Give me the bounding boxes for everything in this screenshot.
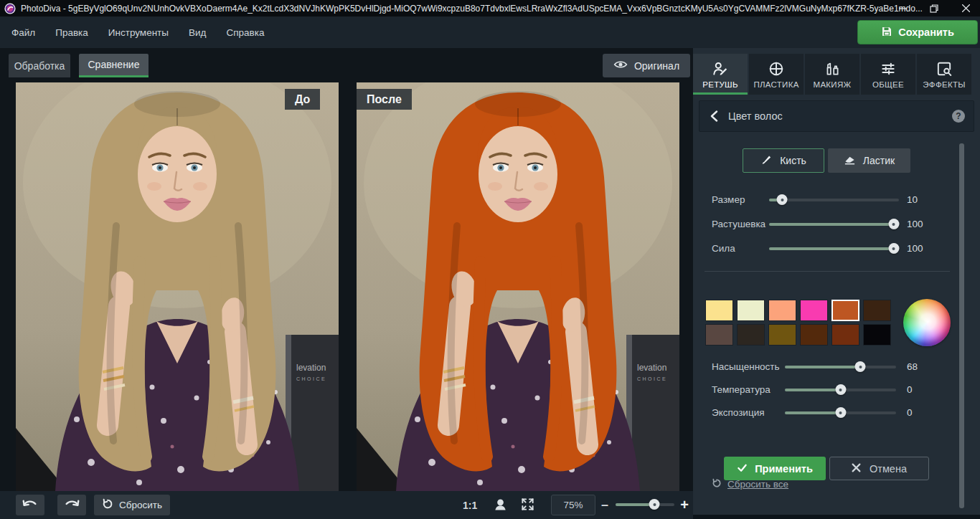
apply-button-label: Применить (755, 463, 813, 475)
hair-color-swatch[interactable] (768, 324, 796, 346)
after-label: После (357, 89, 412, 110)
zoom-1to1-button[interactable]: 1:1 (463, 491, 477, 519)
brush-mode-button[interactable]: Кисть (743, 148, 824, 173)
menu-edit[interactable]: Правка (55, 27, 88, 38)
eraser-mode-button[interactable]: Ластик (828, 148, 910, 173)
tab-retouch-label: РЕТУШЬ (702, 80, 738, 89)
color-wheel[interactable] (903, 299, 951, 346)
redo-button[interactable] (57, 495, 86, 515)
saturation-slider[interactable] (785, 362, 896, 372)
makeup-icon (824, 59, 841, 78)
back-button[interactable] (699, 110, 728, 122)
eye-icon (613, 59, 628, 72)
retouch-face-icon (712, 59, 729, 78)
temperature-slider[interactable] (785, 385, 896, 395)
tab-effects-label: ЭФФЕКТЫ (923, 80, 965, 89)
right-panel: РЕТУШЬ ПЛАСТИКА МАКИЯЖ ОБЩЕЕ ЭФФЕКТЫ (693, 48, 980, 519)
tab-sculpt-label: ПЛАСТИКА (753, 80, 798, 89)
saturation-label: Насыщенность (712, 361, 780, 372)
window-title: PhotoDiva - 5gEByVglO69qUnv2NUnhOvkVBXoD… (21, 4, 923, 14)
zoom-level-field[interactable]: 75% (551, 495, 595, 515)
feather-label: Растушевка (712, 219, 765, 229)
minimize-button[interactable] (888, 0, 917, 16)
close-button[interactable] (951, 0, 980, 16)
hair-color-swatch[interactable] (705, 324, 733, 346)
hair-color-swatch[interactable] (737, 324, 765, 346)
feather-slider[interactable] (769, 219, 899, 229)
strength-slider-row: Сила 100 (693, 242, 980, 256)
help-button[interactable]: ? (952, 110, 965, 123)
save-button[interactable]: Сохранить (857, 20, 978, 44)
swatch-grid (705, 300, 893, 346)
tab-comparison[interactable]: Сравнение (79, 54, 149, 77)
hair-color-swatch[interactable] (737, 300, 765, 321)
zoom-slider[interactable] (616, 500, 674, 510)
size-slider[interactable] (769, 195, 899, 205)
reset-button[interactable]: Сбросить (94, 495, 170, 515)
menu-file[interactable]: Файл (11, 27, 35, 38)
exposure-slider-handle[interactable] (835, 407, 846, 418)
tab-processing[interactable]: Обработка (9, 54, 70, 77)
undo-button[interactable] (16, 495, 44, 515)
expand-icon (521, 497, 534, 514)
close-x-icon (852, 463, 861, 475)
tool-header: Цвет волос ? (699, 100, 974, 132)
temperature-label: Температура (712, 384, 771, 395)
strength-slider-handle[interactable] (888, 243, 899, 254)
size-slider-handle[interactable] (777, 194, 788, 205)
eraser-mode-label: Ластик (863, 155, 895, 166)
panel-scrollbar[interactable] (959, 143, 964, 508)
temperature-slider-row: Температура 0 (693, 383, 980, 397)
apply-button[interactable]: Применить (724, 457, 826, 480)
menubar: Файл Правка Инструменты Вид Справка (0, 16, 980, 48)
hair-color-swatch[interactable] (768, 300, 796, 321)
exposure-value: 0 (907, 407, 913, 418)
menu-view[interactable]: Вид (189, 27, 206, 38)
zoom-in-button[interactable]: + (679, 496, 690, 513)
before-label: До (285, 89, 320, 110)
strength-slider[interactable] (769, 244, 899, 254)
fit-screen-button[interactable] (519, 497, 535, 513)
feather-slider-handle[interactable] (888, 219, 899, 229)
strength-value: 100 (907, 243, 923, 254)
reset-button-label: Сбросить (119, 500, 162, 510)
saturation-slider-handle[interactable] (855, 361, 866, 372)
tab-sculpt[interactable]: ПЛАСТИКА (749, 54, 804, 95)
hair-color-swatch[interactable] (705, 300, 733, 321)
hair-color-swatch[interactable] (800, 300, 828, 321)
exposure-label: Экспозиция (712, 407, 765, 418)
size-value: 10 (907, 194, 918, 205)
temperature-slider-handle[interactable] (835, 384, 846, 395)
hair-color-swatch[interactable] (831, 300, 859, 321)
check-icon (737, 462, 748, 475)
feather-value: 100 (907, 219, 923, 229)
menu-tools[interactable]: Инструменты (108, 27, 169, 38)
exposure-slider[interactable] (785, 408, 896, 418)
photo-after[interactable] (357, 82, 679, 491)
saturation-slider-row: Насыщенность 68 (693, 360, 980, 374)
show-original-button[interactable]: Оригинал (603, 54, 690, 77)
menu-help[interactable]: Справка (226, 27, 264, 38)
zoom-slider-handle[interactable] (649, 499, 660, 510)
feather-slider-row: Растушевка 100 (693, 217, 980, 232)
tab-makeup[interactable]: МАКИЯЖ (805, 54, 859, 95)
tab-effects[interactable]: ЭФФЕКТЫ (917, 54, 971, 95)
hair-color-swatch[interactable] (831, 324, 859, 346)
tab-general[interactable]: ОБЩЕЕ (861, 54, 915, 95)
fit-face-button[interactable] (492, 497, 508, 513)
reset-icon (102, 498, 113, 512)
tab-makeup-label: МАКИЯЖ (814, 80, 852, 89)
hair-color-swatch[interactable] (800, 324, 828, 346)
effects-icon (936, 59, 953, 78)
tab-retouch[interactable]: РЕТУШЬ (693, 54, 748, 95)
hair-color-swatch[interactable] (863, 300, 891, 321)
show-original-label: Оригинал (634, 60, 679, 72)
photo-before[interactable] (16, 82, 339, 491)
hair-color-swatch[interactable] (863, 324, 891, 346)
eraser-icon (844, 155, 856, 167)
restore-button[interactable] (920, 0, 948, 16)
cancel-button[interactable]: Отмена (829, 457, 929, 480)
reset-all-icon (712, 478, 722, 490)
zoom-out-button[interactable]: – (601, 498, 611, 511)
tool-title: Цвет волос (728, 110, 783, 122)
